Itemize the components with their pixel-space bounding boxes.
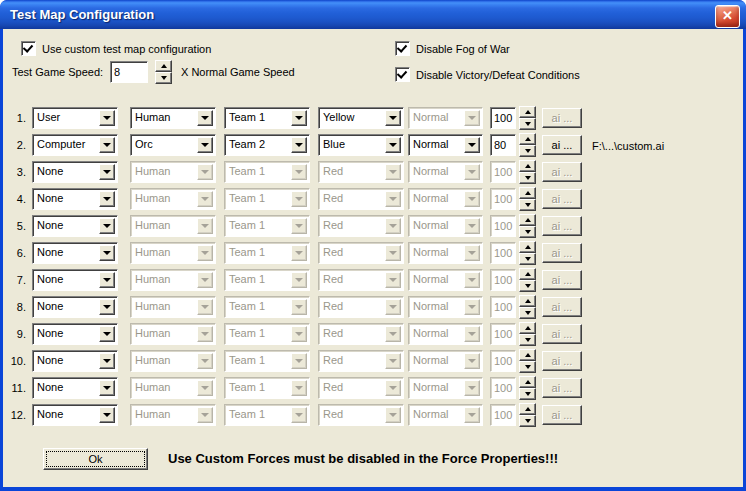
checkbox-icon[interactable] (395, 41, 410, 56)
controller-select-value: None (37, 381, 63, 393)
controller-select[interactable]: None (32, 269, 118, 291)
controller-select[interactable]: User (32, 107, 118, 129)
chevron-down-icon[interactable] (99, 353, 115, 369)
chevron-down-icon[interactable] (99, 191, 115, 207)
down-triangle (468, 197, 476, 201)
up-triangle (525, 272, 531, 276)
down-triangle (201, 386, 209, 390)
up-arrow-icon[interactable] (519, 133, 536, 145)
down-triangle (525, 149, 531, 153)
down-arrow-icon[interactable] (519, 145, 536, 157)
chevron-down-icon[interactable] (197, 110, 213, 126)
down-triangle (201, 413, 209, 417)
disable-victory-checkbox[interactable]: Disable Victory/Defeat Conditions (395, 67, 580, 82)
down-triangle (389, 170, 397, 174)
disable-victory-label: Disable Victory/Defeat Conditions (416, 69, 580, 81)
controller-select[interactable]: None (32, 215, 118, 237)
player-number: 4. (2, 193, 26, 205)
controller-select[interactable]: None (32, 242, 118, 264)
use-custom-config-checkbox[interactable]: Use custom test map configuration (21, 41, 211, 56)
color-select[interactable]: Yellow (318, 107, 404, 129)
controller-select[interactable]: None (32, 296, 118, 318)
controller-select[interactable]: None (32, 323, 118, 345)
chevron-down-icon[interactable] (99, 110, 115, 126)
down-triangle (525, 419, 531, 423)
handicap-input[interactable] (490, 107, 516, 129)
down-triangle (468, 143, 476, 147)
controller-select[interactable]: None (32, 161, 118, 183)
chevron-down-icon[interactable] (197, 137, 213, 153)
checkbox-icon[interactable] (395, 67, 410, 82)
ai-file-button: ai ... (542, 216, 582, 236)
team-select-value: Team 1 (229, 408, 265, 420)
chevron-down-icon (291, 218, 307, 234)
handicap-input (490, 404, 516, 426)
chevron-down-icon (464, 407, 480, 423)
chevron-down-icon[interactable] (291, 137, 307, 153)
chevron-down-icon (291, 326, 307, 342)
race-select[interactable]: Human (130, 107, 216, 129)
chevron-down-icon[interactable] (99, 380, 115, 396)
race-select: Human (130, 215, 216, 237)
color-select: Red (318, 242, 404, 264)
game-speed-input[interactable] (110, 61, 148, 83)
checkbox-icon[interactable] (21, 41, 36, 56)
chevron-down-icon (464, 380, 480, 396)
handicap-input[interactable] (490, 134, 516, 156)
controller-select[interactable]: Computer (32, 134, 118, 156)
close-icon[interactable]: ✕ (715, 5, 740, 28)
chevron-down-icon[interactable] (99, 272, 115, 288)
chevron-down-icon (464, 110, 480, 126)
chevron-down-icon[interactable] (99, 245, 115, 261)
race-select-value: Human (135, 300, 170, 312)
chevron-down-icon[interactable] (99, 164, 115, 180)
controller-select[interactable]: None (32, 377, 118, 399)
chevron-down-icon[interactable] (99, 137, 115, 153)
chevron-down-icon[interactable] (99, 407, 115, 423)
chevron-down-icon[interactable] (99, 299, 115, 315)
controller-select[interactable]: None (32, 404, 118, 426)
chevron-down-icon[interactable] (385, 110, 401, 126)
race-select-value: Human (135, 273, 170, 285)
down-arrow-icon[interactable] (519, 118, 536, 130)
up-arrow-icon[interactable] (519, 106, 536, 118)
up-arrow-icon (519, 403, 536, 415)
ai-file-button: ai ... (542, 351, 582, 371)
chevron-down-icon[interactable] (99, 218, 115, 234)
down-triangle (295, 278, 303, 282)
ai-file-button: ai ... (542, 108, 582, 128)
controller-select[interactable]: None (32, 350, 118, 372)
race-select[interactable]: Orc (130, 134, 216, 156)
player-number: 3. (2, 166, 26, 178)
up-triangle (525, 110, 531, 114)
down-arrow-icon[interactable] (155, 72, 172, 84)
down-triangle (103, 413, 111, 417)
team-select[interactable]: Team 1 (224, 107, 310, 129)
chevron-down-icon[interactable] (464, 137, 480, 153)
chevron-down-icon[interactable] (385, 137, 401, 153)
handicap-stepper (519, 133, 536, 157)
ok-button[interactable]: Ok (43, 448, 148, 470)
chevron-down-icon[interactable] (99, 326, 115, 342)
ai-file-button: ai ... (542, 324, 582, 344)
disable-fog-checkbox[interactable]: Disable Fog of War (395, 41, 510, 56)
up-arrow-icon[interactable] (155, 60, 172, 72)
ai-file-button: ai ... (542, 189, 582, 209)
difficulty-select[interactable]: Normal (408, 134, 483, 156)
title-bar[interactable]: Test Map Configuration ✕ (0, 0, 746, 29)
team-select: Team 1 (224, 188, 310, 210)
color-select[interactable]: Blue (318, 134, 404, 156)
ai-file-button[interactable]: ai ... (542, 135, 582, 155)
chevron-down-icon[interactable] (291, 110, 307, 126)
chevron-down-icon (291, 380, 307, 396)
chevron-down-icon (385, 299, 401, 315)
down-triangle (103, 332, 111, 336)
handicap-stepper (519, 295, 536, 319)
team-select[interactable]: Team 2 (224, 134, 310, 156)
color-select-value: Red (323, 381, 343, 393)
down-triangle (201, 251, 209, 255)
down-triangle (389, 305, 397, 309)
controller-select[interactable]: None (32, 188, 118, 210)
race-select-value: Human (135, 327, 170, 339)
controller-select-value: None (37, 192, 63, 204)
